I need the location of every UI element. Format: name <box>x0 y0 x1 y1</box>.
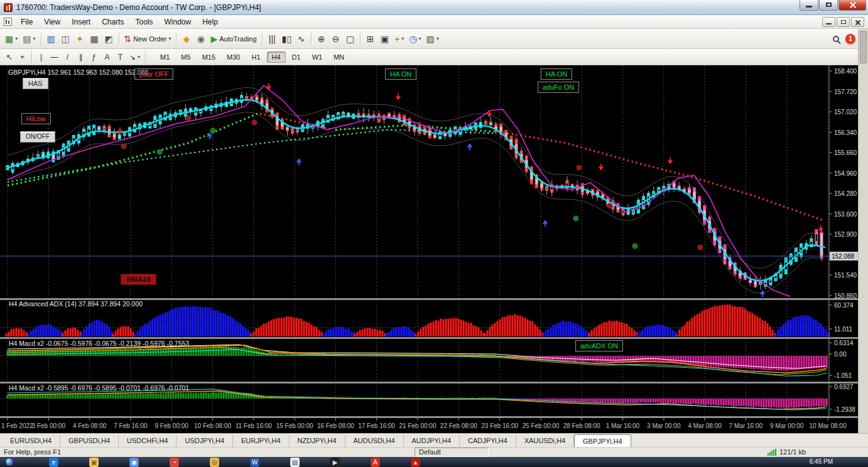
pane-divider[interactable] <box>0 416 858 418</box>
tool-text-label-button[interactable]: T <box>114 51 127 63</box>
pane-divider[interactable] <box>0 337 858 339</box>
ha-toggle-button-2[interactable]: HA ON <box>541 68 572 80</box>
menu-window[interactable]: Window <box>159 16 197 28</box>
advfo-toggle-button[interactable]: advFo ON <box>538 82 579 93</box>
menu-tools[interactable]: Tools <box>130 16 159 28</box>
chart-tab-nzdjpyi[interactable]: NZDJPYi,H4 <box>290 435 345 447</box>
toolbar-templates-button[interactable]: ▨▾ <box>424 31 442 46</box>
hilow-button[interactable]: HiLow <box>21 113 51 124</box>
minimize-button[interactable] <box>800 0 818 11</box>
toolbar-autotrading-button[interactable]: ▶AutoTrading <box>208 31 259 46</box>
chart-window[interactable]: 1 Feb 20223 Feb 00:004 Feb 08:007 Feb 16… <box>0 65 858 433</box>
scrollbar-thumb[interactable] <box>860 31 867 63</box>
toolbar-zoom-in-button[interactable]: ⊕ <box>314 31 328 46</box>
toolbar-new-chart-button[interactable]: ▦▾ <box>3 31 20 46</box>
mdi-minimize-button[interactable] <box>822 17 835 27</box>
toolbar-new-order-button[interactable]: ⇅New Order▾ <box>122 31 174 46</box>
toolbar-terminal-button[interactable]: ▦ <box>87 31 102 46</box>
toolbar-periods-button[interactable]: ◷▾ <box>406 31 423 46</box>
taskbar-internet-explorer-icon[interactable]: e <box>49 458 58 467</box>
chart-tab-eurjpyi[interactable]: EURJPYi,H4 <box>233 435 290 447</box>
toolbar-arrange-windows-button[interactable]: ⊞ <box>363 31 377 46</box>
timeframe-mn-button[interactable]: MN <box>328 51 349 63</box>
tool-cursor-button[interactable]: ↖ <box>3 51 16 63</box>
timeframe-m15-button[interactable]: M15 <box>197 51 220 63</box>
status-connection[interactable]: 121/1 kb <box>768 448 806 456</box>
tool-channel-button[interactable]: ∥ <box>74 51 87 63</box>
timeframe-m1-button[interactable]: M1 <box>155 51 175 63</box>
menu-file[interactable]: File <box>15 16 38 28</box>
taskbar-metatrader-icon[interactable]: ▲ <box>411 458 420 467</box>
toolbar-experts-button[interactable]: ◉ <box>193 31 208 46</box>
new-order-icon: ⇅ <box>124 35 132 43</box>
notification-badge[interactable]: 1 <box>845 34 855 44</box>
chart-tab-audusdi[interactable]: AUDUSDi,H4 <box>345 435 404 447</box>
toolbar-chart-candles-button[interactable]: ▮▯ <box>279 31 294 46</box>
tool-crosshair-button[interactable]: + <box>16 51 29 63</box>
taskbar-chrome-icon[interactable]: ◔ <box>170 458 179 467</box>
toolbar-data-window-button[interactable]: ◫ <box>58 31 73 46</box>
tool-trendline-button[interactable]: / <box>61 51 74 63</box>
psar-toggle-button[interactable]: psar OFF <box>134 68 173 80</box>
mdi-restore-button[interactable] <box>837 17 850 27</box>
ha-toggle-button-1[interactable]: HA ON <box>385 68 416 80</box>
chart-document-icon[interactable] <box>4 18 12 26</box>
toolbar-chart-bars-button[interactable]: ||| <box>265 31 279 46</box>
timeframe-m30-button[interactable]: M30 <box>222 51 245 63</box>
has-button[interactable]: HAS <box>23 78 48 89</box>
chart-tab-eurusdi[interactable]: EURUSDi,H4 <box>2 435 60 447</box>
tool-vertical-line-button[interactable]: | <box>35 51 48 63</box>
timeframe-m5-button[interactable]: M5 <box>176 51 195 63</box>
vertical-scrollbar[interactable] <box>858 29 868 433</box>
chart-canvas[interactable]: 1 Feb 20223 Feb 00:004 Feb 08:007 Feb 16… <box>0 65 858 433</box>
timeframe-h1-button[interactable]: H1 <box>246 51 265 63</box>
tool-fibonacci-button[interactable]: ƒ <box>87 51 100 63</box>
timeframe-w1-button[interactable]: W1 <box>307 51 328 63</box>
onoff-button[interactable]: ON/OFF <box>20 131 55 142</box>
menu-insert[interactable]: Insert <box>66 16 96 28</box>
advadx-toggle-button[interactable]: advADX ON <box>575 340 623 352</box>
taskbar-coin-app-icon[interactable]: ◎ <box>210 458 219 467</box>
toolbar-navigator-button[interactable]: ✦ <box>73 31 87 46</box>
tool-horizontal-line-button[interactable]: — <box>48 51 61 63</box>
taskbar-folder-explorer-icon[interactable]: ▣ <box>89 458 99 467</box>
toolbar-tile-windows-button[interactable]: ▢ <box>343 31 357 46</box>
taskbar-clock[interactable]: 6:45 PM <box>810 458 833 465</box>
taskbar-media-dark-icon[interactable]: ▶ <box>330 458 340 467</box>
taskbar-notepad-icon[interactable]: ▤ <box>290 458 300 467</box>
title-bar[interactable]: 1760700: TradersWay-Demo - Demo Account … <box>0 0 868 15</box>
chart-tab-usdchfi[interactable]: USDCHFi,H4 <box>119 435 176 447</box>
timeframe-d1-button[interactable]: D1 <box>287 51 306 63</box>
chart-tab-xauusdi[interactable]: XAUUSDi,H4 <box>516 435 574 447</box>
chart-tab-gbpjpyi[interactable]: GBPJPYi,H4 <box>574 434 631 448</box>
start-button[interactable] <box>5 458 14 466</box>
timeframe-h4-button[interactable]: H4 <box>267 51 286 63</box>
taskbar-acrobat-icon[interactable]: A <box>371 458 380 467</box>
chart-tab-gbpusdi[interactable]: GBPUSDi,H4 <box>60 435 119 447</box>
status-profile[interactable]: Default <box>415 448 489 457</box>
toolbar-market-watch-button[interactable]: ▥ <box>44 31 58 46</box>
pane-divider[interactable] <box>0 382 858 384</box>
chart-tab-cadjpyi[interactable]: CADJPYi,H4 <box>460 435 516 447</box>
taskbar-media-player-icon[interactable]: ◉ <box>129 458 139 467</box>
toolbar-chart-line-button[interactable]: ∿ <box>294 31 308 46</box>
toolbar-profiles-button[interactable]: ▤▾ <box>20 31 38 46</box>
menu-view[interactable]: View <box>38 16 66 28</box>
maximize-button[interactable] <box>819 0 838 11</box>
toolbar-zoom-out-button[interactable]: ⊖ <box>328 31 343 46</box>
toolbar-metaeditor-button[interactable]: ◆ <box>179 31 193 46</box>
toolbar-strategy-tester-button[interactable]: ◩ <box>102 31 116 46</box>
tool-text-button[interactable]: A <box>100 51 114 63</box>
menu-help[interactable]: Help <box>197 16 224 28</box>
chart-tab-audjpyi[interactable]: AUDJPYi,H4 <box>404 435 460 447</box>
close-button[interactable] <box>838 0 866 11</box>
menu-charts[interactable]: Charts <box>96 16 129 28</box>
chart-tab-usdjpyi[interactable]: USDJPYi,H4 <box>176 435 233 447</box>
tool-arrows-tool-button[interactable]: ↘▾ <box>127 51 143 63</box>
toolbar-cascade-windows-button[interactable]: ▣ <box>377 31 392 46</box>
toolbar-indicators-button[interactable]: +▾ <box>392 31 406 46</box>
search-icon[interactable] <box>833 36 839 42</box>
time-axis[interactable]: 1 Feb 20223 Feb 00:004 Feb 08:007 Feb 16… <box>0 418 858 433</box>
mdi-close-button[interactable] <box>851 17 864 27</box>
taskbar-word-icon[interactable]: W <box>250 458 259 467</box>
